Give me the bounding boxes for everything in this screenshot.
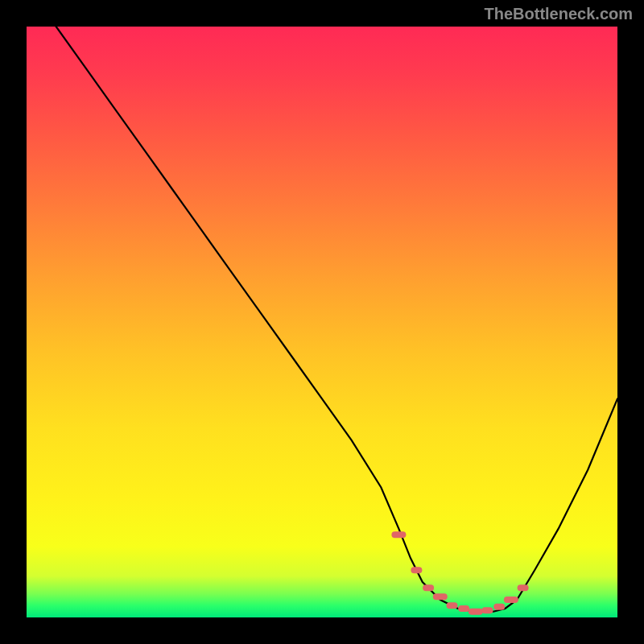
chart-svg bbox=[27, 27, 617, 617]
watermark-text: TheBottleneck.com bbox=[485, 5, 633, 23]
optimal-region-markers bbox=[394, 535, 525, 612]
bottleneck-curve-line bbox=[27, 27, 617, 612]
chart-plot-area bbox=[27, 27, 617, 617]
